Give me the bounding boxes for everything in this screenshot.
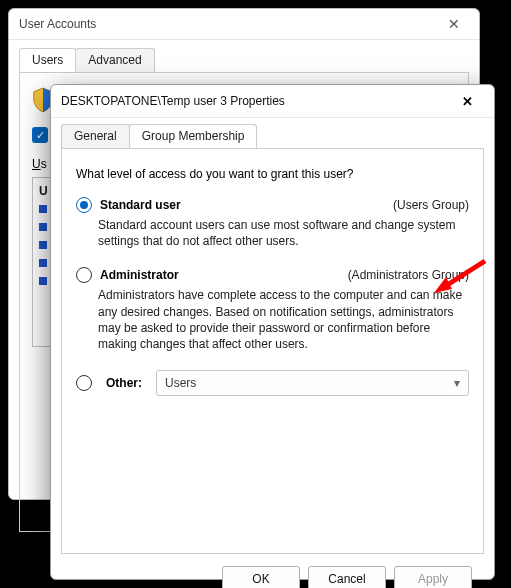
user-icon [39,277,47,285]
must-enter-username-checkbox[interactable]: ✓ [32,127,48,143]
option-other[interactable]: Other: Users ▾ [76,370,469,396]
administrator-label: Administrator [100,268,179,282]
tab-advanced[interactable]: Advanced [75,48,154,72]
front-titlebar: DESKTOPATONE\Temp user 3 Properties ✕ [51,85,494,118]
user-icon [39,205,47,213]
front-window-title: DESKTOPATONE\Temp user 3 Properties [61,94,450,108]
user-icon [39,241,47,249]
chevron-down-icon: ▾ [454,376,460,390]
standard-group: (Users Group) [393,198,469,212]
cancel-button[interactable]: Cancel [308,566,386,588]
close-icon[interactable]: ✕ [450,94,484,109]
user-icon [39,259,47,267]
user-icon [39,223,47,231]
back-tabs: Users Advanced [19,48,469,73]
close-icon[interactable]: ✕ [439,16,469,32]
radio-administrator[interactable] [76,267,92,283]
dialog-buttons: OK Cancel Apply [61,554,484,588]
properties-window: DESKTOPATONE\Temp user 3 Properties ✕ Ge… [50,84,495,580]
ok-button[interactable]: OK [222,566,300,588]
radio-other[interactable] [76,375,92,391]
other-combo-value: Users [165,376,196,390]
standard-description: Standard account users can use most soft… [98,217,469,249]
tab-users[interactable]: Users [19,48,76,72]
tab-general[interactable]: General [61,124,130,148]
radio-standard[interactable] [76,197,92,213]
other-label: Other: [106,376,142,390]
administrator-description: Administrators have complete access to t… [98,287,469,352]
apply-button[interactable]: Apply [394,566,472,588]
tab-group-membership[interactable]: Group Membership [129,124,258,148]
access-question: What level of access do you want to gran… [76,167,469,181]
other-group-combo[interactable]: Users ▾ [156,370,469,396]
standard-label: Standard user [100,198,181,212]
administrator-group: (Administrators Group) [348,268,469,282]
option-standard-user[interactable]: Standard user (Users Group) [76,197,469,213]
front-tabs: General Group Membership [61,124,484,149]
group-membership-panel: What level of access do you want to gran… [61,149,484,554]
back-window-title: User Accounts [19,17,439,31]
back-titlebar: User Accounts ✕ [9,9,479,40]
option-administrator[interactable]: Administrator (Administrators Group) [76,267,469,283]
